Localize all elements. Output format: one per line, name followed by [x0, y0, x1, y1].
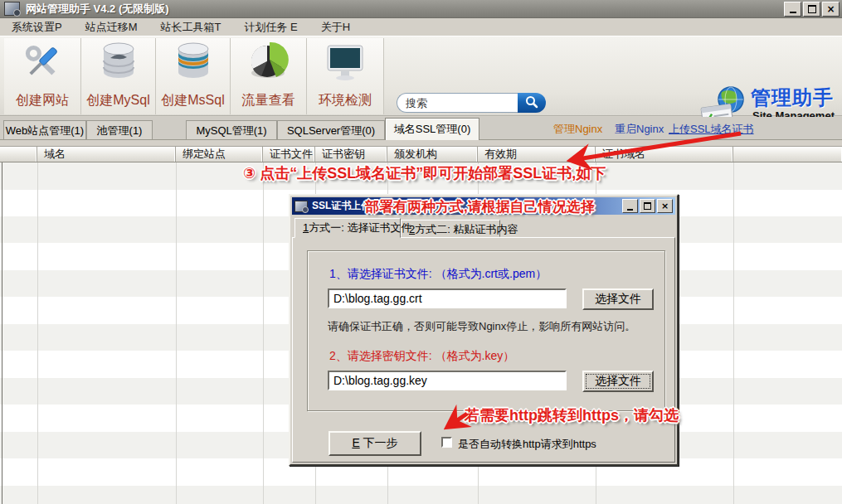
create-site-tools-icon [20, 40, 65, 88]
next-step-button[interactable]: E 下一步 [329, 431, 421, 456]
minimize-icon [790, 12, 796, 13]
http-redirect-checkbox[interactable] [441, 437, 452, 448]
http-redirect-checkbox-label: 是否自动转换http请求到https [458, 437, 596, 452]
button-accelerator: E [352, 436, 359, 449]
main-window: 网站管理助手 V4.2 (无限制版) × 系统设置P 站点迁移M 站长工具箱T … [0, 0, 842, 504]
maximize-button[interactable] [803, 2, 820, 17]
dialog-title: SSL证书上传 [312, 199, 371, 213]
close-icon: × [826, 4, 835, 14]
traffic-view-button[interactable]: 流量查看 [231, 38, 307, 114]
col-bound-site[interactable]: 绑定站点 [176, 147, 263, 162]
col-issuer[interactable]: 颁发机构 [387, 147, 478, 162]
col-extra[interactable] [733, 147, 842, 162]
cert-warning-note: 请确保证书正确，否则可能导致Nginx停止，影响所有网站访问。 [328, 319, 635, 334]
tool-label: 环境检测 [319, 92, 372, 109]
traffic-pie-icon [246, 40, 291, 88]
tab-pool-management[interactable]: 池管理(1) [86, 120, 153, 139]
dialog-tab-choose-file[interactable]: 1方式一: 选择证书文件 [294, 218, 401, 238]
key-choose-file-button[interactable]: 选择文件 [582, 371, 654, 392]
tool-label: 流量查看 [242, 92, 295, 109]
col-select[interactable] [0, 147, 37, 162]
menu-scheduled-tasks[interactable]: 计划任务 E [232, 20, 309, 35]
cert-choose-file-button[interactable]: 选择文件 [582, 288, 654, 310]
annotation-step3: ③ 点击“上传SSL域名证书”即可开始部署SSL证书,如下 [243, 163, 606, 183]
minimize-icon [627, 209, 633, 211]
search-button[interactable] [518, 93, 546, 113]
search-icon [525, 95, 538, 111]
tab-web-site-management[interactable]: Web站点管理(1) [3, 120, 86, 139]
ssl-table-header: 域名 绑定站点 证书文件 证书密钥 颁发机构 有效期 证书域名 [0, 146, 842, 162]
key-file-label: 2、请选择密钥文件: （格式为.key） [329, 349, 514, 364]
key-file-input[interactable] [328, 371, 567, 390]
manage-nginx-link[interactable]: 管理Nginx [553, 122, 602, 137]
tab-mysql-management[interactable]: MySQL管理(1) [186, 120, 277, 139]
menu-bar: 系统设置P 站点迁移M 站长工具箱T 计划任务 E 关于H [0, 19, 842, 36]
tab-domain-ssl-management[interactable]: 域名SSL管理(0) [385, 118, 479, 140]
mysql-database-icon [96, 40, 141, 88]
menu-about[interactable]: 关于H [309, 20, 362, 35]
dialog-maximize-button[interactable] [640, 199, 655, 213]
menu-system-settings[interactable]: 系统设置P [0, 20, 74, 35]
toolbar: 创建网站 创建MySql [0, 36, 842, 116]
mssql-database-icon [171, 40, 216, 88]
app-icon [4, 2, 20, 16]
maximize-icon [644, 202, 651, 210]
tool-label: 创建网站 [16, 92, 69, 109]
col-cert-domain[interactable]: 证书域名 [596, 147, 733, 162]
search-input[interactable] [397, 93, 518, 113]
restart-nginx-link[interactable]: 重启Nginx [615, 122, 664, 137]
logo-title: 管理助手 [751, 85, 834, 111]
dialog-tab-paste-content[interactable]: 2方式二: 粘贴证书内容 [401, 220, 500, 237]
search-area [397, 93, 546, 113]
tool-label: 创建MsSql [161, 92, 224, 109]
tool-label: 创建MySql [86, 92, 149, 109]
upload-ssl-cert-link[interactable]: 上传SSL域名证书 [669, 122, 754, 137]
cert-file-label: 1、请选择证书文件: （格式为.crt或.pem） [329, 267, 547, 282]
col-domain[interactable]: 域名 [37, 147, 176, 162]
annotation-http-redirect: 若需要http跳转到https，请勾选 [465, 405, 679, 425]
dialog-icon [294, 201, 308, 212]
button-label: 下一步 [363, 436, 398, 449]
menu-site-migration[interactable]: 站点迁移M [74, 20, 149, 35]
create-mysql-button[interactable]: 创建MySql [81, 38, 156, 114]
create-mssql-button[interactable]: 创建MsSql [156, 38, 231, 114]
tab-label: 方式二: 粘贴证书内容 [415, 223, 518, 235]
dialog-minimize-button[interactable] [622, 199, 638, 213]
tab-sqlserver-management[interactable]: SQLServer管理(0) [277, 120, 385, 139]
create-site-button[interactable]: 创建网站 [4, 38, 81, 114]
title-bar: 网站管理助手 V4.2 (无限制版) × [0, 0, 842, 18]
environment-monitor-icon [323, 40, 367, 88]
environment-check-button[interactable]: 环境检测 [307, 38, 384, 114]
minimize-button[interactable] [784, 2, 801, 17]
close-icon: × [661, 201, 669, 211]
dialog-close-button[interactable]: × [657, 199, 673, 213]
cert-file-input[interactable] [328, 288, 567, 308]
annotation-deploy-methods: 部署有两种方式,请根据自己情况选择 [365, 197, 595, 216]
col-validity[interactable]: 有效期 [478, 147, 596, 162]
tab-label: 方式一: 选择证书文件 [309, 221, 411, 234]
window-title: 网站管理助手 V4.2 (无限制版) [26, 2, 169, 17]
col-cert-key[interactable]: 证书密钥 [315, 147, 387, 162]
maximize-icon [808, 5, 816, 13]
close-button[interactable]: × [822, 2, 840, 17]
col-cert-file[interactable]: 证书文件 [263, 147, 315, 162]
menu-webmaster-tools[interactable]: 站长工具箱T [149, 20, 233, 35]
